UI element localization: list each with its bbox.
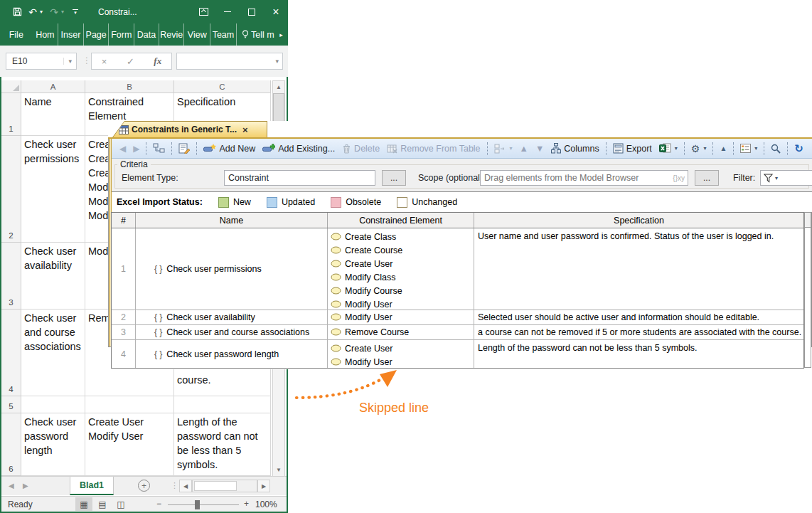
row-header-6[interactable]: 6 bbox=[1, 413, 21, 476]
header-number[interactable]: # bbox=[112, 213, 136, 228]
normal-view-icon[interactable]: ▦ bbox=[75, 497, 92, 511]
row-4-constrained-elements[interactable]: Create User Modify User bbox=[328, 340, 474, 368]
sync-with-excel-icon[interactable]: ▾ bbox=[656, 140, 681, 157]
minimize-button[interactable] bbox=[215, 0, 240, 23]
row-header-5[interactable]: 5 bbox=[1, 396, 21, 413]
header-name[interactable]: Name bbox=[136, 213, 328, 228]
select-all-corner[interactable] bbox=[1, 80, 21, 93]
horizontal-scrollbar[interactable] bbox=[192, 480, 257, 492]
element-type-browse-button[interactable]: ... bbox=[382, 170, 406, 186]
ribbon-tab-page-layout[interactable]: Page bbox=[83, 23, 109, 46]
cell-c6[interactable]: Length of the password can not be less t… bbox=[174, 413, 271, 476]
sheet-prev-icon[interactable]: ◀ bbox=[9, 482, 14, 490]
move-down-icon[interactable]: ▼ bbox=[532, 140, 547, 157]
cell-a3[interactable]: Check user availability bbox=[21, 243, 85, 310]
undo-dropdown-icon[interactable]: ▾ bbox=[40, 9, 46, 15]
row-2-specification[interactable]: Selected user should be active user and … bbox=[474, 310, 803, 324]
options-gear-icon[interactable]: ⚙ ▾ bbox=[688, 140, 710, 157]
close-button[interactable]: × bbox=[264, 0, 288, 23]
search-icon[interactable] bbox=[767, 140, 784, 157]
save-icon[interactable] bbox=[10, 4, 24, 21]
forward-icon[interactable]: ▶ bbox=[129, 140, 143, 157]
cancel-icon[interactable]: × bbox=[102, 56, 107, 67]
ribbon-tab-formulas[interactable]: Form bbox=[108, 23, 134, 46]
table-vertical-scrollbar[interactable] bbox=[804, 212, 811, 368]
refresh-icon[interactable]: ↻ bbox=[791, 140, 807, 157]
scroll-down-icon[interactable]: ▼ bbox=[273, 464, 284, 476]
element-type-input[interactable] bbox=[224, 170, 375, 186]
row-2-number[interactable]: 2 bbox=[112, 310, 136, 324]
ribbon-tab-view[interactable]: View bbox=[183, 23, 210, 46]
page-layout-view-icon[interactable]: ▤ bbox=[94, 497, 111, 511]
collapse-criteria-icon[interactable]: ▲ bbox=[716, 140, 730, 157]
name-box[interactable]: E10 ▾ bbox=[6, 53, 77, 70]
row-3-name[interactable]: { } Check user and course associations bbox=[136, 325, 328, 339]
horizontal-scroll-thumb[interactable] bbox=[194, 481, 237, 491]
row-header-4[interactable]: 4 bbox=[1, 310, 21, 396]
tab-constraints-generic-table[interactable]: Constraints in Generic T... × bbox=[112, 121, 267, 137]
maximize-button[interactable] bbox=[240, 0, 264, 23]
header-constrained-element[interactable]: Constrained Element bbox=[328, 213, 474, 228]
ribbon-tab-tell-me[interactable]: Tell m bbox=[236, 23, 279, 46]
zoom-slider-thumb[interactable] bbox=[195, 500, 200, 509]
row-4-name[interactable]: { } Check user password length bbox=[136, 340, 328, 368]
cell-b6[interactable]: Create User Modify User bbox=[85, 413, 174, 476]
undo-icon[interactable]: ↶ bbox=[26, 4, 40, 21]
columns-button[interactable]: Columns bbox=[547, 140, 602, 157]
customize-qat-icon[interactable]: ▾ bbox=[68, 4, 82, 21]
cell-a1[interactable]: Name bbox=[21, 93, 85, 136]
page-break-view-icon[interactable]: ◫ bbox=[112, 497, 129, 511]
zoom-slider[interactable] bbox=[168, 504, 239, 505]
ribbon-tab-review[interactable]: Revie bbox=[159, 23, 184, 46]
cell-a2[interactable]: Check user permissions bbox=[21, 136, 85, 243]
row-header-3[interactable]: 3 bbox=[1, 243, 21, 310]
insert-function-icon[interactable]: fx bbox=[154, 55, 161, 67]
table-scroll-top-box[interactable] bbox=[805, 213, 811, 228]
column-header-b[interactable]: B bbox=[85, 80, 174, 93]
hscroll-left-icon[interactable]: ◀ bbox=[179, 480, 192, 492]
row-3-number[interactable]: 3 bbox=[112, 325, 136, 339]
row-3-specification[interactable]: a course can not be removed if 5 or more… bbox=[474, 325, 803, 339]
row-2-name[interactable]: { } Check user availability bbox=[136, 310, 328, 324]
ribbon-tab-team[interactable]: Team bbox=[210, 23, 236, 46]
sheet-tab-blad1[interactable]: Blad1 bbox=[70, 477, 114, 495]
ribbon-tab-data[interactable]: Data bbox=[134, 23, 159, 46]
hscroll-right-icon[interactable]: ▶ bbox=[257, 480, 270, 492]
ribbon-tab-insert[interactable]: Inser bbox=[58, 23, 83, 46]
cell-c5[interactable] bbox=[174, 396, 271, 413]
row-1-number[interactable]: 1 bbox=[112, 228, 136, 310]
cell-a6[interactable]: Check user password length bbox=[21, 413, 85, 476]
group-elements-icon[interactable]: ▾ bbox=[491, 140, 516, 157]
formula-expand-icon[interactable]: ▾ bbox=[275, 58, 282, 65]
row-4-number[interactable]: 4 bbox=[112, 340, 136, 368]
scope-browse-button[interactable]: ... bbox=[695, 170, 719, 186]
cell-b5[interactable] bbox=[85, 396, 174, 413]
row-1-name[interactable]: { } Check user permissions bbox=[136, 228, 328, 310]
scope-input[interactable]: {}xy bbox=[480, 170, 688, 186]
row-4-specification[interactable]: Length of the password can not be less t… bbox=[474, 340, 803, 368]
column-header-a[interactable]: A bbox=[21, 80, 85, 93]
zoom-out-icon[interactable]: − bbox=[156, 499, 161, 509]
select-in-containment-tree-icon[interactable] bbox=[149, 140, 169, 157]
name-box-dropdown-icon[interactable]: ▾ bbox=[63, 58, 76, 65]
cell-a4[interactable]: Check user and course associations bbox=[21, 310, 85, 396]
ribbon-display-options-icon[interactable] bbox=[191, 0, 215, 23]
row-1-constrained-elements[interactable]: Create Class Create Course Create User M… bbox=[328, 228, 474, 310]
specification-icon[interactable] bbox=[175, 140, 193, 157]
row-2-constrained-elements[interactable]: Modify User bbox=[328, 310, 474, 324]
header-specification[interactable]: Specification bbox=[474, 213, 803, 228]
ribbon-tab-file[interactable]: File bbox=[0, 23, 33, 46]
zoom-level[interactable]: 100% bbox=[255, 499, 277, 509]
row-header-2[interactable]: 2 bbox=[1, 136, 21, 243]
row-1-specification[interactable]: User name and user password is confirmed… bbox=[474, 228, 803, 310]
add-new-button[interactable]: Add New bbox=[200, 140, 259, 157]
enter-icon[interactable]: ✓ bbox=[127, 56, 134, 67]
ribbon-more-icon[interactable]: ▸ bbox=[279, 23, 288, 46]
zoom-in-icon[interactable]: + bbox=[244, 499, 249, 509]
tab-close-icon[interactable]: × bbox=[242, 125, 248, 135]
cell-a5[interactable] bbox=[21, 396, 85, 413]
ribbon-tab-home[interactable]: Hom bbox=[33, 23, 58, 46]
new-sheet-icon[interactable]: + bbox=[138, 480, 150, 492]
delete-button[interactable]: Delete bbox=[338, 140, 383, 157]
row-3-constrained-elements[interactable]: Remove Course bbox=[328, 325, 474, 339]
